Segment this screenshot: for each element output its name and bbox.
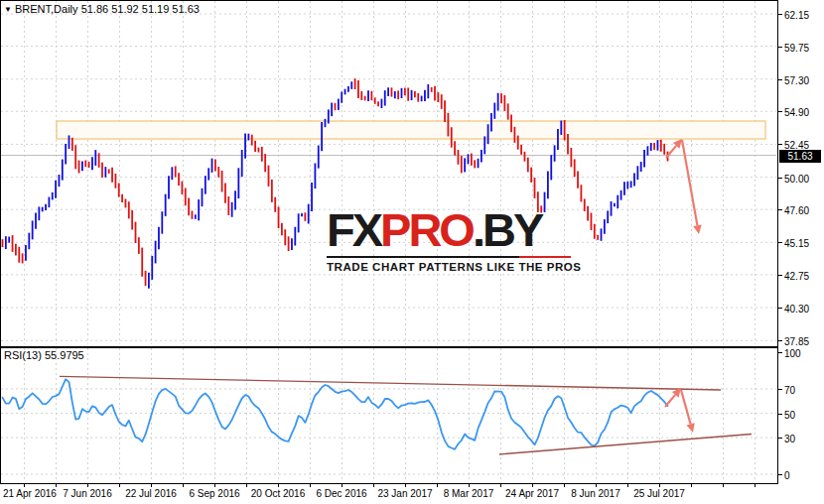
axis-tick-mark xyxy=(777,438,782,439)
date-label: 8 Mar 2017 xyxy=(444,488,494,499)
time-tick-mark xyxy=(246,484,247,487)
time-axis[interactable]: 21 Apr 20167 Jun 201622 Jul 20166 Sep 20… xyxy=(0,484,824,504)
symbol-collapse-icon[interactable]: ▼ xyxy=(4,5,12,14)
axis-tick-mark xyxy=(777,340,782,341)
axis-tick-mark xyxy=(777,389,782,390)
time-tick-mark xyxy=(532,484,533,487)
date-label: 25 Jul 2017 xyxy=(633,488,685,499)
forecast-arrow-line xyxy=(681,390,691,424)
price-tick-label: 50.00 xyxy=(784,173,809,184)
price-tick-label: 42.75 xyxy=(784,270,809,281)
chart-window: FXPRO.BY TRADE CHART PATTERNS LIKE THE P… xyxy=(0,0,824,504)
rsi-title: RSI(13) 55.9795 xyxy=(4,349,84,361)
date-label: 23 Jan 2017 xyxy=(377,488,432,499)
price-tick-label: 57.30 xyxy=(784,74,809,85)
price-tick-label: 54.90 xyxy=(784,106,809,117)
time-tick-mark xyxy=(596,484,597,487)
fxpro-logo: FXPRO.BY xyxy=(327,207,571,253)
price-tick-label: 45.15 xyxy=(784,237,809,248)
tagline-red-rule xyxy=(519,256,571,258)
axis-tick-mark xyxy=(777,275,782,276)
logo-part-fx: FX xyxy=(327,203,380,256)
rsi-tick-label: 0 xyxy=(784,469,790,480)
axis-tick-mark xyxy=(777,14,782,15)
date-label: 24 Apr 2017 xyxy=(505,488,559,499)
time-tick-mark xyxy=(691,484,692,487)
date-label: 8 Jun 2017 xyxy=(571,488,620,499)
rsi-value: 55.9795 xyxy=(45,349,84,361)
main-chart-canvas[interactable] xyxy=(0,0,778,347)
rsi-lower-trendline[interactable] xyxy=(499,435,752,454)
logo-part-by: BY xyxy=(482,203,541,256)
fxpro-watermark: FXPRO.BY TRADE CHART PATTERNS LIKE THE P… xyxy=(327,207,571,273)
price-tick-label: 40.30 xyxy=(784,303,809,314)
axis-tick-mark xyxy=(777,79,782,80)
rsi-indicator-canvas[interactable] xyxy=(0,347,778,484)
rsi-tick-label: 100 xyxy=(784,347,801,358)
time-tick-mark xyxy=(24,484,25,487)
time-tick-mark xyxy=(405,484,406,487)
forecast-arrow-line xyxy=(682,140,697,225)
resistance-zone-rectangle[interactable] xyxy=(57,121,765,139)
date-label: 6 Sep 2016 xyxy=(189,488,239,499)
rsi-indicator-label: RSI(13) xyxy=(4,349,42,361)
time-tick-mark xyxy=(119,484,120,487)
axis-tick-mark xyxy=(777,209,782,210)
rsi-line xyxy=(3,379,668,449)
axis-tick-mark xyxy=(777,474,782,475)
date-label: 22 Jul 2016 xyxy=(125,488,177,499)
axis-tick-mark xyxy=(777,111,782,112)
rsi-tick-label: 30 xyxy=(784,433,795,443)
time-tick-mark xyxy=(627,484,628,487)
time-tick-mark xyxy=(723,484,724,487)
ohlc-readout: 51.86 51.92 51.19 51.63 xyxy=(81,3,200,15)
time-tick-mark xyxy=(659,484,660,487)
date-label: 21 Apr 2016 xyxy=(3,488,57,499)
price-tick-label: 37.85 xyxy=(784,335,809,346)
main-panel-frame xyxy=(1,1,778,347)
time-tick-mark xyxy=(310,484,311,487)
rsi-tick-label: 70 xyxy=(784,384,795,395)
date-label: 6 Dec 2016 xyxy=(316,488,366,499)
time-tick-mark xyxy=(437,484,438,487)
axis-tick-mark xyxy=(777,178,782,179)
axis-tick-mark xyxy=(777,352,782,353)
time-tick-mark xyxy=(151,484,152,487)
price-tick-label: 52.45 xyxy=(784,139,809,150)
axis-tick-mark xyxy=(777,144,782,145)
date-label: 20 Oct 2016 xyxy=(251,488,305,499)
price-tick-label: 59.75 xyxy=(784,42,809,53)
time-tick-mark xyxy=(183,484,184,487)
time-tick-mark xyxy=(373,484,374,487)
axis-tick-mark xyxy=(777,414,782,415)
time-tick-mark xyxy=(87,484,88,487)
time-tick-mark xyxy=(214,484,215,487)
time-tick-mark xyxy=(755,484,755,487)
axis-tick-mark xyxy=(777,242,782,243)
date-label: 7 Jun 2016 xyxy=(63,488,112,499)
time-tick-mark xyxy=(56,484,57,487)
forecast-arrowhead[interactable] xyxy=(686,423,694,433)
axis-tick-mark xyxy=(777,308,782,309)
time-tick-mark xyxy=(278,484,279,487)
axis-tick-mark xyxy=(777,47,782,48)
price-tick-label: 62.15 xyxy=(784,9,809,20)
price-tick-label: 47.60 xyxy=(784,204,809,215)
current-price-badge: 51.63 xyxy=(779,150,821,163)
rsi-upper-trendline[interactable] xyxy=(60,376,721,390)
watermark-tagline: TRADE CHART PATTERNS LIKE THE PROS xyxy=(327,256,571,273)
symbol-timeframe-label: BRENT,Daily xyxy=(15,3,78,15)
forecast-arrowhead[interactable] xyxy=(693,224,701,234)
forecast-arrow-line xyxy=(665,395,675,407)
rsi-tick-label: 50 xyxy=(784,409,795,420)
time-tick-mark xyxy=(500,484,501,487)
logo-part-pro: PRO xyxy=(380,203,473,256)
chart-title: ▼ BRENT,Daily 51.86 51.92 51.19 51.63 xyxy=(4,3,200,15)
time-tick-mark xyxy=(342,484,343,487)
logo-part-dot: . xyxy=(473,203,482,256)
time-tick-mark xyxy=(469,484,470,487)
time-tick-mark xyxy=(564,484,565,487)
